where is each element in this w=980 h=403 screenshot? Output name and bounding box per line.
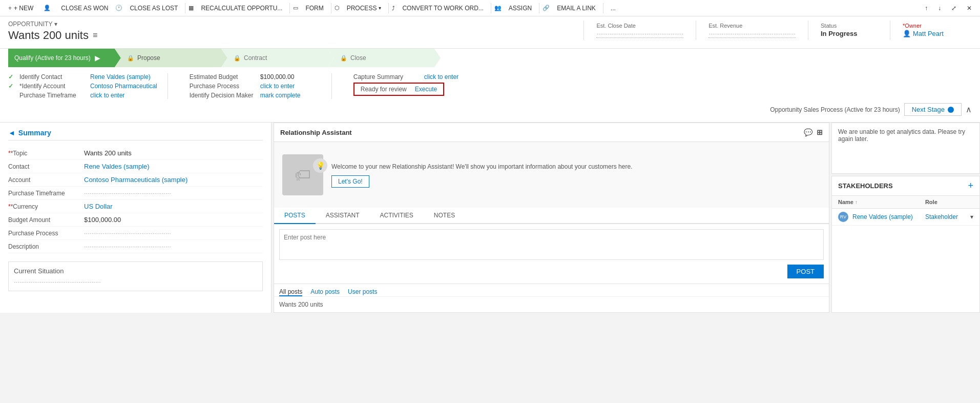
process-button[interactable]: PROCESS ▾ bbox=[343, 3, 386, 14]
page-title: Wants 200 units ≡ bbox=[8, 29, 575, 42]
est-close-date-field: Est. Close Date ························… bbox=[584, 21, 696, 40]
stakeholders-add-button[interactable]: + bbox=[968, 180, 973, 191]
menu-icon[interactable]: ≡ bbox=[93, 31, 97, 40]
close-as-lost-button[interactable]: CLOSE AS LOST bbox=[126, 3, 182, 14]
current-situation-value[interactable]: ········································… bbox=[14, 278, 257, 286]
est-close-date-value[interactable]: ········································… bbox=[596, 30, 683, 38]
name-column-header[interactable]: Name ↑ bbox=[832, 196, 919, 209]
divider-3 bbox=[331, 3, 331, 13]
summary-section-title: ◄ Summary bbox=[8, 129, 263, 140]
stage-propose-label: Propose bbox=[137, 54, 160, 62]
purchase-process-click[interactable]: click to enter bbox=[260, 83, 295, 90]
post-input[interactable] bbox=[279, 229, 824, 260]
process-row-purchase-process: ✓ Purchase Process click to enter bbox=[178, 83, 321, 90]
process-icon: ⬡ bbox=[335, 5, 340, 11]
tab-notes[interactable]: NOTES bbox=[424, 208, 465, 224]
purchase-process-value-form[interactable]: ········································… bbox=[84, 229, 263, 237]
sub-tab-user-posts[interactable]: User posts bbox=[348, 288, 377, 296]
recalculate-button[interactable]: RECALCULATE OPPORTU... bbox=[197, 3, 286, 14]
stage-contract[interactable]: 🔒 Contract bbox=[221, 49, 334, 67]
est-revenue-field: Est. Revenue ···························… bbox=[696, 21, 808, 40]
next-stage-button[interactable]: Next Stage bbox=[904, 103, 962, 116]
stage-propose[interactable]: 🔒 Propose bbox=[115, 49, 227, 67]
post-content-row: Wants 200 units bbox=[274, 296, 829, 312]
estimated-budget-label: Estimated Budget bbox=[190, 73, 256, 80]
post-sub-tabs: All posts Auto posts User posts bbox=[274, 284, 829, 296]
right-panel: We are unable to get analytics data. Ple… bbox=[831, 123, 980, 313]
process-col-2: ✓ Estimated Budget $100,000.00 ✓ Purchas… bbox=[178, 73, 332, 99]
more-button[interactable]: ... bbox=[607, 3, 620, 14]
tab-posts[interactable]: POSTS bbox=[274, 208, 316, 224]
capture-summary-click[interactable]: click to enter bbox=[424, 73, 458, 80]
current-situation-title: Current Situation bbox=[14, 267, 257, 275]
toolbar-right-actions: ↑ ↓ ⤢ ✕ bbox=[921, 3, 976, 14]
breadcrumb[interactable]: OPPORTUNITY ▾ bbox=[8, 21, 575, 28]
sub-tab-all-posts[interactable]: All posts bbox=[279, 288, 302, 296]
role-column-header[interactable]: Role bbox=[919, 196, 964, 209]
clock-icon: 🕐 bbox=[115, 5, 122, 11]
chat-icon[interactable]: 💬 bbox=[804, 128, 812, 136]
divider-4 bbox=[388, 3, 389, 13]
est-revenue-value[interactable]: ········································… bbox=[708, 30, 796, 38]
form-row-purchase-timeframe: Purchase Timeframe ·····················… bbox=[8, 187, 263, 200]
stakeholders-table-header: Name ↑ Role bbox=[832, 196, 979, 209]
tab-assistant[interactable]: ASSISTANT bbox=[316, 208, 370, 224]
identify-decision-maker-click[interactable]: mark complete bbox=[260, 92, 301, 99]
identify-decision-maker-label: Identify Decision Maker bbox=[190, 92, 256, 99]
collapse-process-button[interactable]: ∧ bbox=[966, 105, 972, 114]
process-footer-text: Opportunity Sales Process (Active for 23… bbox=[770, 106, 900, 113]
description-value[interactable]: ········································… bbox=[84, 243, 263, 250]
form-button[interactable]: FORM bbox=[301, 3, 327, 14]
stakeholder-role-value[interactable]: Stakeholder bbox=[925, 213, 958, 220]
expand-button[interactable]: ⤢ bbox=[947, 3, 961, 14]
ra-title: Relationship Assistant bbox=[280, 129, 352, 136]
convert-button[interactable]: CONVERT TO WORK ORD... bbox=[398, 3, 487, 14]
spacer-6: ✓ bbox=[342, 86, 349, 93]
execute-button[interactable]: Execute bbox=[415, 86, 437, 93]
sub-tab-auto-posts[interactable]: Auto posts bbox=[310, 288, 340, 296]
stage-contract-label: Contract bbox=[244, 54, 267, 62]
form-row-description: Description ····························… bbox=[8, 240, 263, 253]
assign-button[interactable]: ASSIGN bbox=[505, 3, 536, 14]
lets-go-button[interactable]: Let's Go! bbox=[331, 175, 369, 188]
currency-label: **Currency bbox=[8, 203, 80, 210]
new-button[interactable]: + + NEW bbox=[4, 3, 37, 14]
close-window-button[interactable]: ✕ bbox=[963, 3, 976, 14]
spacer-4: ✓ bbox=[178, 92, 185, 99]
identify-account-value[interactable]: Contoso Pharmaceutical bbox=[90, 83, 157, 90]
email-link-button[interactable]: EMAIL A LINK bbox=[553, 3, 600, 14]
scroll-down-button[interactable]: ↓ bbox=[934, 3, 945, 14]
stage-qualify[interactable]: Qualify (Active for 23 hours) ▶ bbox=[8, 49, 121, 67]
identify-contact-value[interactable]: Rene Valdes (sample) bbox=[90, 73, 151, 80]
tab-activities[interactable]: ACTIVITIES bbox=[369, 208, 423, 224]
table-row: RV Rene Valdes (sample) Stakeholder ▾ bbox=[832, 209, 979, 226]
stage-close-label: Close bbox=[350, 54, 366, 62]
check-icon-2: ✓ bbox=[8, 83, 15, 90]
stakeholder-role-cell: Stakeholder bbox=[919, 209, 964, 226]
divider-5 bbox=[491, 3, 491, 13]
scroll-up-button[interactable]: ↑ bbox=[921, 3, 932, 14]
stakeholder-dropdown-cell[interactable]: ▾ bbox=[964, 209, 979, 226]
purchase-timeframe-click[interactable]: click to enter bbox=[90, 92, 124, 99]
main-content: ◄ Summary **Topic Wants 200 units Contac… bbox=[0, 123, 980, 313]
post-button[interactable]: POST bbox=[787, 265, 824, 278]
stage-close[interactable]: 🔒 Close bbox=[328, 49, 441, 67]
check-icon-1: ✓ bbox=[8, 73, 15, 80]
stakeholder-name-link[interactable]: Rene Valdes (sample) bbox=[852, 213, 913, 220]
currency-value[interactable]: US Dollar bbox=[84, 203, 263, 210]
account-value[interactable]: Contoso Pharmaceuticals (sample) bbox=[84, 176, 263, 184]
email-icon: 🔗 bbox=[543, 5, 550, 11]
grid-icon[interactable]: ⊞ bbox=[817, 128, 823, 136]
ra-welcome-section: 🏷 💡 Welcome to your new Relationship Ass… bbox=[274, 142, 829, 208]
tag-icon: 🏷 bbox=[295, 166, 311, 185]
purchase-timeframe-value-form[interactable]: ········································… bbox=[84, 189, 263, 197]
close-as-won-button[interactable]: CLOSE AS WON bbox=[57, 3, 112, 14]
owner-person-icon: 👤 bbox=[903, 30, 911, 37]
topic-label: **Topic bbox=[8, 150, 80, 157]
propose-lock-icon: 🔒 bbox=[127, 55, 134, 62]
contact-value[interactable]: Rene Valdes (sample) bbox=[84, 163, 263, 170]
avatar: RV bbox=[838, 212, 848, 222]
form-row-contact: Contact Rene Valdes (sample) bbox=[8, 160, 263, 173]
stakeholder-name-cell: RV Rene Valdes (sample) bbox=[832, 209, 919, 226]
ra-welcome-text: Welcome to your new Relationship Assista… bbox=[331, 162, 632, 171]
